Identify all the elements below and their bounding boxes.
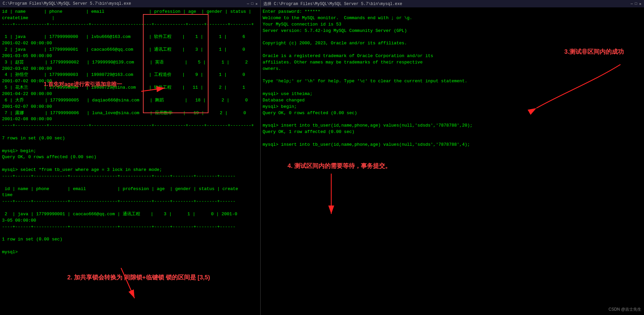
csdn-watermark: CSDN @吉士先生: [608, 307, 641, 312]
annotation-2: 2. 加共享锁会转换为 间隙锁+临键锁 锁的区间是 [3,5): [67, 273, 210, 281]
right-maximize-button[interactable]: □: [635, 2, 637, 6]
annotation-3: 3.测试非区间内的成功: [564, 48, 624, 56]
left-terminal-text: id | name | phone | email | profession |…: [2, 9, 258, 256]
right-title-text: 选择 C:\Program Files\MySQL\MySQL Server 5…: [263, 1, 402, 7]
left-terminal-window: C:\Program Files\MySQL\MySQL Server 5.7\…: [0, 0, 261, 315]
right-titlebar: 选择 C:\Program Files\MySQL\MySQL Server 5…: [261, 0, 644, 7]
right-close-button[interactable]: ✕: [639, 2, 641, 6]
right-terminal-content: Enter password: ****** Welcome to the My…: [261, 7, 644, 315]
right-terminal-text: Enter password: ****** Welcome to the My…: [263, 9, 642, 148]
annotation-4: 4. 测试区间内的需要等待，事务提交。: [288, 162, 391, 170]
left-terminal-content: id | name | phone | email | profession |…: [0, 7, 260, 315]
minimize-button[interactable]: —: [247, 2, 249, 6]
annotation-1: 1.首先对age进行索引添加非唯一: [44, 81, 122, 88]
arrow-4: [314, 170, 348, 221]
right-window-controls[interactable]: — □ ✕: [631, 2, 641, 6]
left-titlebar: C:\Program Files\MySQL\MySQL Server 5.7\…: [0, 0, 260, 7]
close-button[interactable]: ✕: [255, 2, 258, 6]
right-terminal-window: 选择 C:\Program Files\MySQL\MySQL Server 5…: [261, 0, 644, 315]
left-title-text: C:\Program Files\MySQL\MySQL Server 5.7\…: [3, 1, 131, 6]
maximize-button[interactable]: □: [251, 2, 254, 6]
right-minimize-button[interactable]: —: [631, 2, 633, 6]
left-window-controls[interactable]: — □ ✕: [247, 2, 258, 6]
